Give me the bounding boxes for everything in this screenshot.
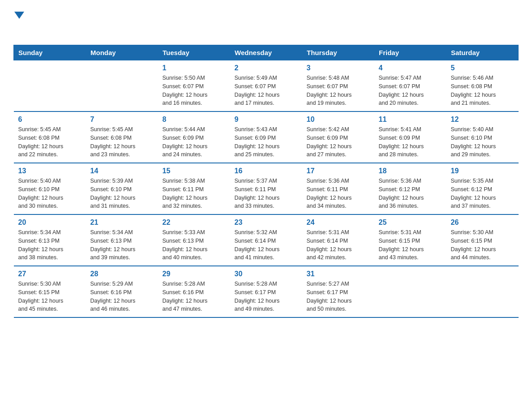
- day-number: 2: [235, 64, 298, 72]
- day-number: 28: [90, 270, 154, 278]
- day-info: Sunrise: 5:44 AM Sunset: 6:09 PM Dayligh…: [163, 125, 226, 159]
- day-info: Sunrise: 5:42 AM Sunset: 6:09 PM Dayligh…: [307, 125, 370, 159]
- calendar-week-row: 6Sunrise: 5:45 AM Sunset: 6:08 PM Daylig…: [14, 111, 519, 163]
- day-info: Sunrise: 5:38 AM Sunset: 6:11 PM Dayligh…: [163, 177, 226, 210]
- calendar-cell: 25Sunrise: 5:31 AM Sunset: 6:15 PM Dayli…: [374, 214, 446, 266]
- day-number: 10: [307, 116, 370, 124]
- day-info: Sunrise: 5:45 AM Sunset: 6:08 PM Dayligh…: [18, 125, 82, 159]
- day-info: Sunrise: 5:47 AM Sunset: 6:07 PM Dayligh…: [379, 74, 442, 107]
- weekday-header: Friday: [374, 45, 446, 60]
- day-info: Sunrise: 5:36 AM Sunset: 6:12 PM Dayligh…: [379, 177, 442, 210]
- day-info: Sunrise: 5:30 AM Sunset: 6:15 PM Dayligh…: [18, 280, 82, 313]
- calendar-cell: 5Sunrise: 5:46 AM Sunset: 6:08 PM Daylig…: [446, 60, 519, 112]
- calendar-cell: 20Sunrise: 5:34 AM Sunset: 6:13 PM Dayli…: [14, 214, 86, 266]
- weekday-header: Thursday: [302, 45, 374, 60]
- day-number: 9: [235, 116, 298, 124]
- day-number: 29: [163, 270, 226, 278]
- calendar-cell: 2Sunrise: 5:49 AM Sunset: 6:07 PM Daylig…: [230, 60, 302, 112]
- day-info: Sunrise: 5:34 AM Sunset: 6:13 PM Dayligh…: [18, 228, 82, 262]
- day-info: Sunrise: 5:37 AM Sunset: 6:11 PM Dayligh…: [235, 177, 298, 210]
- day-info: Sunrise: 5:30 AM Sunset: 6:15 PM Dayligh…: [451, 228, 514, 262]
- day-info: Sunrise: 5:49 AM Sunset: 6:07 PM Dayligh…: [235, 74, 298, 107]
- calendar-cell: 4Sunrise: 5:47 AM Sunset: 6:07 PM Daylig…: [374, 60, 446, 112]
- day-number: 19: [451, 167, 514, 175]
- day-info: Sunrise: 5:28 AM Sunset: 6:16 PM Dayligh…: [163, 280, 226, 313]
- day-number: 11: [379, 116, 442, 124]
- weekday-header: Saturday: [446, 45, 519, 60]
- day-number: 7: [90, 116, 154, 124]
- calendar-cell: 3Sunrise: 5:48 AM Sunset: 6:07 PM Daylig…: [302, 60, 374, 112]
- day-number: 16: [235, 167, 298, 175]
- calendar-cell: 26Sunrise: 5:30 AM Sunset: 6:15 PM Dayli…: [446, 214, 519, 266]
- day-number: 24: [307, 218, 370, 227]
- calendar-cell: 1Sunrise: 5:50 AM Sunset: 6:07 PM Daylig…: [158, 60, 230, 112]
- day-number: 13: [18, 167, 82, 175]
- day-info: Sunrise: 5:40 AM Sunset: 6:10 PM Dayligh…: [451, 125, 514, 159]
- weekday-header: Tuesday: [158, 45, 230, 60]
- day-number: 31: [307, 270, 370, 278]
- logo: [13, 9, 24, 38]
- calendar-cell: 27Sunrise: 5:30 AM Sunset: 6:15 PM Dayli…: [14, 266, 86, 317]
- day-number: 27: [18, 270, 82, 278]
- day-number: 21: [90, 218, 154, 227]
- calendar-week-row: 13Sunrise: 5:40 AM Sunset: 6:10 PM Dayli…: [14, 163, 519, 214]
- day-number: 6: [18, 116, 82, 124]
- calendar-cell: 17Sunrise: 5:36 AM Sunset: 6:11 PM Dayli…: [302, 163, 374, 214]
- day-info: Sunrise: 5:28 AM Sunset: 6:17 PM Dayligh…: [235, 280, 298, 313]
- calendar-cell: 28Sunrise: 5:29 AM Sunset: 6:16 PM Dayli…: [86, 266, 158, 317]
- calendar-cell: [86, 60, 158, 112]
- logo-arrow-icon: [14, 9, 24, 22]
- calendar-cell: 9Sunrise: 5:43 AM Sunset: 6:09 PM Daylig…: [230, 111, 302, 163]
- calendar-cell: 18Sunrise: 5:36 AM Sunset: 6:12 PM Dayli…: [374, 163, 446, 214]
- day-number: 14: [90, 167, 154, 175]
- day-number: 20: [18, 218, 82, 227]
- day-number: 8: [163, 116, 226, 124]
- calendar-cell: 10Sunrise: 5:42 AM Sunset: 6:09 PM Dayli…: [302, 111, 374, 163]
- weekday-header: Wednesday: [230, 45, 302, 60]
- calendar-cell: [446, 266, 519, 317]
- day-info: Sunrise: 5:32 AM Sunset: 6:14 PM Dayligh…: [235, 228, 298, 262]
- calendar-cell: [374, 266, 446, 317]
- calendar-cell: 29Sunrise: 5:28 AM Sunset: 6:16 PM Dayli…: [158, 266, 230, 317]
- day-info: Sunrise: 5:27 AM Sunset: 6:17 PM Dayligh…: [307, 280, 370, 313]
- day-info: Sunrise: 5:33 AM Sunset: 6:13 PM Dayligh…: [163, 228, 226, 262]
- day-info: Sunrise: 5:48 AM Sunset: 6:07 PM Dayligh…: [307, 74, 370, 107]
- calendar-cell: 6Sunrise: 5:45 AM Sunset: 6:08 PM Daylig…: [14, 111, 86, 163]
- day-number: 22: [163, 218, 226, 227]
- calendar-table: SundayMondayTuesdayWednesdayThursdayFrid…: [13, 45, 519, 318]
- calendar-cell: [14, 60, 86, 112]
- page-header: [13, 9, 519, 38]
- day-number: 3: [307, 64, 370, 72]
- day-info: Sunrise: 5:41 AM Sunset: 6:09 PM Dayligh…: [379, 125, 442, 159]
- calendar-week-row: 27Sunrise: 5:30 AM Sunset: 6:15 PM Dayli…: [14, 266, 519, 317]
- calendar-cell: 11Sunrise: 5:41 AM Sunset: 6:09 PM Dayli…: [374, 111, 446, 163]
- calendar-cell: 31Sunrise: 5:27 AM Sunset: 6:17 PM Dayli…: [302, 266, 374, 317]
- calendar-week-row: 1Sunrise: 5:50 AM Sunset: 6:07 PM Daylig…: [14, 60, 519, 112]
- day-number: 18: [379, 167, 442, 175]
- day-number: 15: [163, 167, 226, 175]
- weekday-header: Sunday: [14, 45, 86, 60]
- day-info: Sunrise: 5:31 AM Sunset: 6:14 PM Dayligh…: [307, 228, 370, 262]
- day-info: Sunrise: 5:45 AM Sunset: 6:08 PM Dayligh…: [90, 125, 154, 159]
- day-number: 23: [235, 218, 298, 227]
- day-info: Sunrise: 5:46 AM Sunset: 6:08 PM Dayligh…: [451, 74, 514, 107]
- calendar-cell: 23Sunrise: 5:32 AM Sunset: 6:14 PM Dayli…: [230, 214, 302, 266]
- day-number: 25: [379, 218, 442, 227]
- calendar-cell: 14Sunrise: 5:39 AM Sunset: 6:10 PM Dayli…: [86, 163, 158, 214]
- calendar-cell: 15Sunrise: 5:38 AM Sunset: 6:11 PM Dayli…: [158, 163, 230, 214]
- calendar-cell: 8Sunrise: 5:44 AM Sunset: 6:09 PM Daylig…: [158, 111, 230, 163]
- day-number: 4: [379, 64, 442, 72]
- day-number: 17: [307, 167, 370, 175]
- calendar-cell: 16Sunrise: 5:37 AM Sunset: 6:11 PM Dayli…: [230, 163, 302, 214]
- calendar-cell: 21Sunrise: 5:34 AM Sunset: 6:13 PM Dayli…: [86, 214, 158, 266]
- calendar-cell: 24Sunrise: 5:31 AM Sunset: 6:14 PM Dayli…: [302, 214, 374, 266]
- day-info: Sunrise: 5:34 AM Sunset: 6:13 PM Dayligh…: [90, 228, 154, 262]
- day-info: Sunrise: 5:39 AM Sunset: 6:10 PM Dayligh…: [90, 177, 154, 210]
- calendar-cell: 12Sunrise: 5:40 AM Sunset: 6:10 PM Dayli…: [446, 111, 519, 163]
- day-info: Sunrise: 5:43 AM Sunset: 6:09 PM Dayligh…: [235, 125, 298, 159]
- calendar-cell: 19Sunrise: 5:35 AM Sunset: 6:12 PM Dayli…: [446, 163, 519, 214]
- calendar-cell: 13Sunrise: 5:40 AM Sunset: 6:10 PM Dayli…: [14, 163, 86, 214]
- calendar-cell: 30Sunrise: 5:28 AM Sunset: 6:17 PM Dayli…: [230, 266, 302, 317]
- day-info: Sunrise: 5:35 AM Sunset: 6:12 PM Dayligh…: [451, 177, 514, 210]
- day-number: 5: [451, 64, 514, 72]
